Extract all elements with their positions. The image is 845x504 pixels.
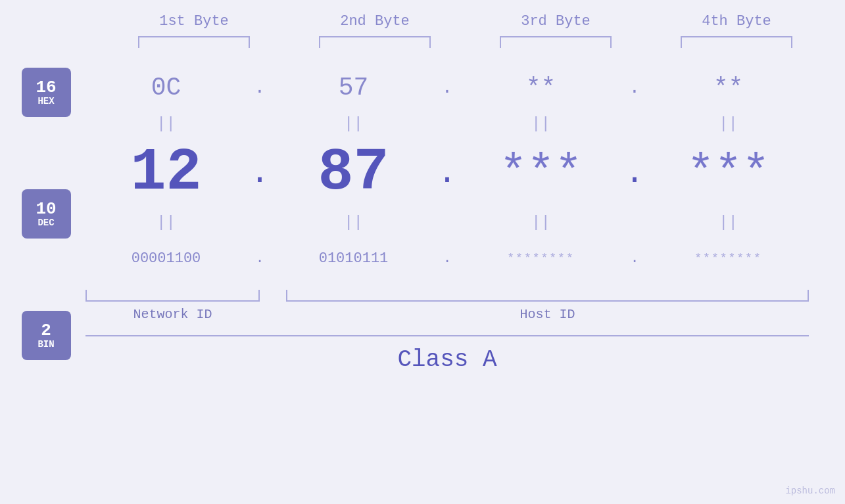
eq1-c4: || [648,115,809,133]
network-id-label: Network ID [85,307,260,322]
top-brackets [104,36,827,48]
badge-hex-number: 16 [36,79,56,96]
hex-cell-4: ** [648,74,809,102]
bracket-line-3 [500,36,612,48]
hex-val-4: ** [713,74,744,102]
bin-val-4: ******** [694,252,761,265]
badge-dec: 10 DEC [22,189,71,239]
hex-row: 0C . 57 . ** . ** [85,61,809,114]
dec-cell-2: 87 [273,139,434,206]
dec-cell-1: 12 [85,139,247,206]
bin-val-1: 00001100 [132,250,201,267]
byte-header-3: 3rd Byte [466,13,646,30]
bin-cell-2: 01010111 [273,250,434,267]
dec-dot-1: . [247,154,273,192]
bin-dot-3: . [621,250,648,267]
watermark: ipshu.com [785,486,835,496]
badge-bin-label: BIN [37,339,54,350]
byte-header-1: 1st Byte [104,13,285,30]
bracket-line-1 [138,36,250,48]
eq2-c1: || [85,214,247,231]
bracket-line-4 [681,36,792,48]
eq2-c4: || [648,214,809,231]
bottom-section: Network ID Host ID [85,290,845,322]
class-section: Class A [85,335,809,373]
host-id-label: Host ID [286,307,809,322]
hex-cell-3: ** [460,74,621,102]
dec-dot-3: . [621,154,648,192]
bracket-line-2 [319,36,431,48]
badge-dec-label: DEC [37,218,54,228]
equals-row-2: || || || || [85,212,809,232]
dec-cell-4: *** [648,147,809,199]
badge-bin-number: 2 [41,322,51,339]
badge-hex-label: HEX [37,96,54,106]
hex-dot-2: . [434,78,460,98]
host-bracket [286,290,809,302]
id-labels-row: Network ID Host ID [85,307,809,322]
main-container: 1st Byte 2nd Byte 3rd Byte 4th Byte 16 H… [0,0,845,504]
eq2-c3: || [460,214,621,231]
byte-header-4: 4th Byte [646,13,827,30]
bin-cell-4: ******** [648,252,809,265]
hex-val-1: 0C [151,74,181,102]
eq1-c3: || [460,115,621,133]
hex-dot-1: . [247,78,273,98]
badge-dec-number: 10 [36,200,56,218]
dec-row: 12 . 87 . *** . *** [85,133,809,212]
bin-val-3: ******** [507,252,574,265]
grid-wrapper: 16 HEX 10 DEC 2 BIN 0C . [0,61,845,373]
values-section: 0C . 57 . ** . ** [85,61,845,373]
badges-column: 16 HEX 10 DEC 2 BIN [0,61,85,373]
eq2-c2: || [273,214,434,231]
dec-val-3: *** [499,147,582,199]
byte-header-2: 2nd Byte [285,13,466,30]
class-bracket-line [85,335,809,336]
bottom-brackets [85,290,809,302]
bin-val-2: 01010111 [319,250,389,267]
hex-dot-3: . [621,78,648,98]
dec-dot-2: . [434,154,460,192]
bin-dot-1: . [247,250,273,267]
bracket-b1 [104,36,285,48]
dec-val-4: *** [687,147,769,199]
hex-val-3: ** [526,74,556,102]
bin-row: 00001100 . 01010111 . ******** . [85,232,809,285]
network-bracket [85,290,260,302]
bin-dot-2: . [434,250,460,267]
eq1-c1: || [85,115,247,133]
hex-val-2: 57 [339,74,369,102]
bracket-b3 [466,36,646,48]
hex-cell-1: 0C [85,74,247,102]
class-a-label: Class A [85,346,809,373]
byte-headers-row: 1st Byte 2nd Byte 3rd Byte 4th Byte [104,13,827,30]
badge-bin: 2 BIN [22,311,71,360]
bracket-b2 [285,36,466,48]
dec-val-1: 12 [130,139,201,206]
dec-val-2: 87 [318,139,389,206]
eq1-c2: || [273,115,434,133]
badge-hex: 16 HEX [22,68,71,117]
dec-cell-3: *** [460,147,621,199]
equals-row-1: || || || || [85,114,809,133]
hex-cell-2: 57 [273,74,434,102]
bin-cell-3: ******** [460,252,621,265]
bracket-b4 [646,36,827,48]
bin-cell-1: 00001100 [85,250,247,267]
